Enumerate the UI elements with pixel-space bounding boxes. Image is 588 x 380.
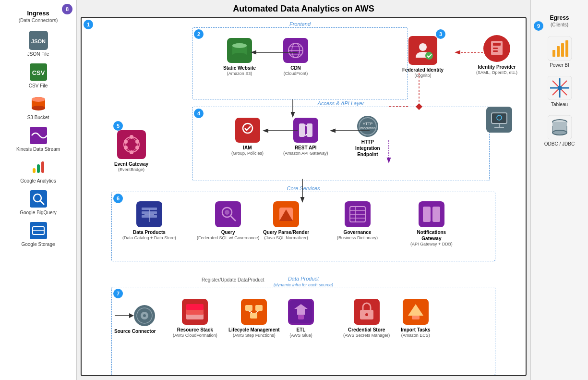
import-tasks-sublabel: (Amazon ECS) [401,333,430,338]
notifications-node: NotificationsGateway (API Gateway + DDB) [410,201,453,247]
static-website-label: Static Website [223,65,256,71]
cdn-sublabel: (CloudFront) [284,71,308,76]
iam-label: IAM [243,145,252,151]
event-gateway-sublabel: (EventBridge) [118,167,144,172]
identity-provider-sublabel: (SAML, OpenID, etc.) [476,70,517,75]
sidebar-item-json[interactable]: JSON JSON File [27,31,49,57]
svg-rect-12 [41,161,44,173]
resource-stack-label: Resource Stack [177,327,213,333]
svg-rect-13 [30,190,47,208]
egress-badge: 9 [534,21,543,31]
source-connector-icon [134,305,155,326]
sidebar-item-google-storage[interactable]: Google Storage [21,221,55,247]
diagram-title: Automated Data Analytics on AWS [81,4,527,14]
credential-store-node: Credential Store (AWS Secrets Manager) [343,299,390,338]
federated-identity-label: Federated Identity [402,67,444,73]
kinesis-label: Kinesis Data Stream [16,147,60,152]
svg-rect-83 [255,305,263,311]
svg-text:JSON: JSON [31,38,46,44]
svg-rect-102 [492,113,507,123]
query-parse-label: Query Parse/Render [263,229,309,235]
ingress-sidebar: 8 Ingress (Data Connectors) JSON JSON Fi… [0,0,77,380]
s3-label: S3 Bucket [27,115,49,120]
svg-text:Integration: Integration [360,126,375,130]
governance-icon [345,201,371,227]
svg-rect-118 [557,46,560,57]
notifications-label: NotificationsGateway [417,229,446,242]
bigquery-label: Google BigQuery [20,210,57,215]
svg-rect-70 [423,207,431,222]
governance-sublabel: (Business Dictionary) [337,235,378,241]
main-area: Automated Data Analytics on AWS 1 Fronte… [77,0,530,380]
query-icon [215,201,241,227]
badge-7: 7 [113,289,123,298]
csv-icon: CSV [29,62,48,82]
svg-rect-126 [558,86,562,90]
egress-item-odbc[interactable]: ODBC / JDBC [544,115,575,147]
json-icon: JSON [29,31,48,50]
badge-4: 4 [194,109,204,118]
query-parse-sublabel: (Java SQL Normalizer) [264,235,308,241]
federated-identity-node: Federated Identity (cognito) [402,36,444,78]
sidebar-item-s3[interactable]: S3 Bucket [27,94,49,120]
egress-title: Egress [550,14,569,21]
identity-provider-icon [483,35,510,62]
svg-point-30 [425,52,433,60]
svg-point-7 [32,97,45,102]
http-endpoint-node: HTTPIntegration HTTPIntegrationEndpoint [355,116,380,158]
federated-identity-sublabel: (cognito) [415,73,432,78]
google-storage-label: Google Storage [21,242,55,247]
svg-rect-80 [186,304,204,310]
egress-item-tableau[interactable]: Tableau [547,75,572,107]
svg-rect-98 [493,43,501,46]
svg-point-6 [32,106,45,110]
network-monitor-node [478,107,521,133]
svg-rect-11 [37,164,40,173]
ingress-subtitle: (Data Connectors) [19,18,58,23]
ingress-badge: 8 [62,4,72,14]
svg-rect-32 [295,120,316,141]
svg-point-22 [232,43,247,48]
resource-stack-sublabel: (AWS CloudFormation) [173,333,217,338]
iam-icon [235,118,260,143]
svg-point-59 [225,210,229,215]
power-bi-icon [547,36,572,61]
static-website-icon [227,38,252,63]
sidebar-item-csv[interactable]: CSV CSV File [29,62,48,88]
egress-item-powerbi[interactable]: Power BI [547,36,572,68]
source-connector-container [115,305,155,326]
rest-api-icon [293,118,318,143]
identity-provider-label: Identity Provider [478,64,516,70]
ingress-title: Ingress [27,10,49,17]
svg-rect-71 [432,207,440,222]
bigquery-icon [29,189,48,208]
query-parse-node: Query Parse/Render (Java SQL Normalizer) [263,201,309,241]
cdn-label: CDN [290,65,301,71]
data-products-icon [136,201,162,227]
odbc-icon [547,115,572,140]
query-parse-icon [273,201,299,227]
badge-5: 5 [113,121,123,131]
kinesis-icon [29,126,48,145]
resource-stack-node: Resource Stack (AWS CloudFormation) [173,299,217,338]
query-node: Query (Federated SQL w/ Governance) [197,201,259,241]
data-product-label: Data Product(dynamic infra for each sour… [255,276,351,287]
svg-rect-82 [245,305,252,311]
svg-rect-89 [298,315,304,319]
power-bi-label: Power BI [550,62,569,68]
svg-point-130 [552,130,567,135]
http-endpoint-icon: HTTPIntegration [357,116,378,137]
sidebar-item-google-analytics[interactable]: Google Analytics [20,158,56,184]
event-gateway-icon [117,130,146,159]
source-connector-node: Source Connector [114,305,156,334]
s3-icon [29,94,48,113]
svg-rect-117 [552,50,555,57]
egress-sidebar: 9 Egress (Clients) Power BI Tableau ODBC… [530,0,588,380]
resource-stack-icon [182,299,208,325]
lifecycle-sublabel: (AWS Step Functions) [233,333,276,338]
governance-label: Governance [344,229,372,235]
sidebar-item-kinesis[interactable]: Kinesis Data Stream [16,126,60,152]
import-tasks-node: Import Tasks (Amazon ECS) [401,299,431,338]
sidebar-item-bigquery[interactable]: Google BigQuery [20,189,57,215]
rest-api-label: REST API [295,145,317,151]
